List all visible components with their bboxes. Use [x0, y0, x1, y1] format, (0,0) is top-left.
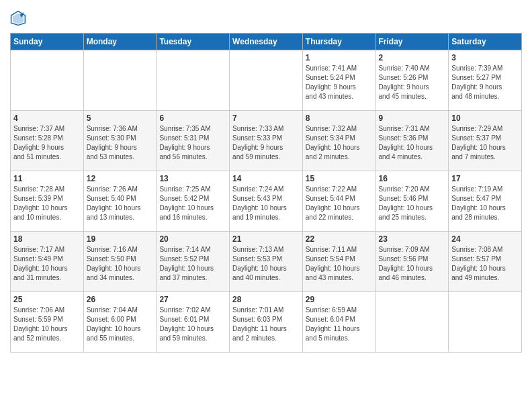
- day-info: Sunrise: 6:59 AM Sunset: 6:04 PM Dayligh…: [306, 306, 373, 343]
- day-number: 6: [159, 113, 226, 123]
- day-number: 29: [306, 295, 373, 304]
- day-number: 16: [379, 174, 446, 183]
- calendar-cell: 19Sunrise: 7:16 AM Sunset: 5:50 PM Dayli…: [83, 232, 157, 292]
- calendar-cell: 2Sunrise: 7:40 AM Sunset: 5:26 PM Daylig…: [375, 50, 449, 111]
- day-info: Sunrise: 7:09 AM Sunset: 5:56 PM Dayligh…: [379, 245, 446, 283]
- day-info: Sunrise: 7:24 AM Sunset: 5:43 PM Dayligh…: [232, 185, 300, 222]
- day-info: Sunrise: 7:20 AM Sunset: 5:46 PM Dayligh…: [379, 185, 446, 222]
- weekday-header-monday: Monday: [83, 34, 157, 50]
- day-info: Sunrise: 7:36 AM Sunset: 5:30 PM Dayligh…: [87, 124, 154, 162]
- calendar-cell: 13Sunrise: 7:25 AM Sunset: 5:42 PM Dayli…: [157, 171, 230, 232]
- day-number: 5: [87, 113, 154, 123]
- day-number: 7: [232, 113, 300, 123]
- calendar-cell: 15Sunrise: 7:22 AM Sunset: 5:44 PM Dayli…: [302, 171, 375, 232]
- day-number: 8: [306, 113, 373, 123]
- day-info: Sunrise: 7:16 AM Sunset: 5:50 PM Dayligh…: [87, 245, 154, 283]
- day-number: 2: [379, 53, 446, 62]
- day-number: 27: [159, 295, 226, 304]
- calendar-cell: 9Sunrise: 7:31 AM Sunset: 5:36 PM Daylig…: [375, 111, 449, 171]
- day-number: 28: [232, 295, 300, 304]
- calendar-cell: 16Sunrise: 7:20 AM Sunset: 5:46 PM Dayli…: [375, 171, 449, 232]
- calendar-cell: [157, 50, 230, 111]
- page-header: [10, 10, 522, 26]
- calendar-cell: 29Sunrise: 6:59 AM Sunset: 6:04 PM Dayli…: [302, 292, 375, 353]
- calendar-cell: 23Sunrise: 7:09 AM Sunset: 5:56 PM Dayli…: [375, 232, 449, 292]
- day-info: Sunrise: 7:06 AM Sunset: 5:59 PM Dayligh…: [13, 306, 81, 343]
- calendar-cell: 4Sunrise: 7:37 AM Sunset: 5:28 PM Daylig…: [11, 111, 84, 171]
- calendar-cell: 25Sunrise: 7:06 AM Sunset: 5:59 PM Dayli…: [11, 292, 84, 353]
- day-number: 4: [13, 113, 81, 123]
- calendar-week-0: 1Sunrise: 7:41 AM Sunset: 5:24 PM Daylig…: [11, 50, 522, 111]
- calendar-cell: [83, 50, 157, 111]
- day-number: 12: [87, 174, 154, 183]
- day-number: 19: [87, 234, 154, 244]
- day-info: Sunrise: 7:08 AM Sunset: 5:57 PM Dayligh…: [451, 245, 519, 283]
- day-number: 21: [232, 234, 300, 244]
- calendar-cell: [449, 292, 522, 353]
- calendar-cell: 7Sunrise: 7:33 AM Sunset: 5:33 PM Daylig…: [230, 111, 303, 171]
- calendar-cell: 12Sunrise: 7:26 AM Sunset: 5:40 PM Dayli…: [83, 171, 157, 232]
- day-number: 26: [87, 295, 154, 304]
- day-info: Sunrise: 7:29 AM Sunset: 5:37 PM Dayligh…: [451, 124, 519, 162]
- calendar-week-4: 25Sunrise: 7:06 AM Sunset: 5:59 PM Dayli…: [11, 292, 522, 353]
- calendar-cell: [11, 50, 84, 111]
- day-info: Sunrise: 7:31 AM Sunset: 5:36 PM Dayligh…: [379, 124, 446, 162]
- calendar-cell: 11Sunrise: 7:28 AM Sunset: 5:39 PM Dayli…: [11, 171, 84, 232]
- day-number: 23: [379, 234, 446, 244]
- logo: [10, 10, 28, 26]
- day-number: 22: [306, 234, 373, 244]
- day-number: 14: [232, 174, 300, 183]
- day-info: Sunrise: 7:22 AM Sunset: 5:44 PM Dayligh…: [306, 185, 373, 222]
- day-info: Sunrise: 7:11 AM Sunset: 5:54 PM Dayligh…: [306, 245, 373, 283]
- calendar-cell: 18Sunrise: 7:17 AM Sunset: 5:49 PM Dayli…: [11, 232, 84, 292]
- calendar-cell: 3Sunrise: 7:39 AM Sunset: 5:27 PM Daylig…: [449, 50, 522, 111]
- weekday-header-tuesday: Tuesday: [157, 34, 230, 50]
- day-info: Sunrise: 7:26 AM Sunset: 5:40 PM Dayligh…: [87, 185, 154, 222]
- calendar-cell: 28Sunrise: 7:01 AM Sunset: 6:03 PM Dayli…: [230, 292, 303, 353]
- day-info: Sunrise: 7:32 AM Sunset: 5:34 PM Dayligh…: [306, 124, 373, 162]
- calendar-week-1: 4Sunrise: 7:37 AM Sunset: 5:28 PM Daylig…: [11, 111, 522, 171]
- calendar-cell: 26Sunrise: 7:04 AM Sunset: 6:00 PM Dayli…: [83, 292, 157, 353]
- calendar-week-3: 18Sunrise: 7:17 AM Sunset: 5:49 PM Dayli…: [11, 232, 522, 292]
- calendar-cell: [230, 50, 303, 111]
- calendar-cell: 17Sunrise: 7:19 AM Sunset: 5:47 PM Dayli…: [449, 171, 522, 232]
- calendar-table: SundayMondayTuesdayWednesdayThursdayFrid…: [10, 33, 522, 353]
- day-info: Sunrise: 7:19 AM Sunset: 5:47 PM Dayligh…: [451, 185, 519, 222]
- day-info: Sunrise: 7:40 AM Sunset: 5:26 PM Dayligh…: [379, 64, 446, 101]
- calendar-cell: 6Sunrise: 7:35 AM Sunset: 5:31 PM Daylig…: [157, 111, 230, 171]
- calendar-week-2: 11Sunrise: 7:28 AM Sunset: 5:39 PM Dayli…: [11, 171, 522, 232]
- day-number: 1: [306, 53, 373, 62]
- calendar-cell: 14Sunrise: 7:24 AM Sunset: 5:43 PM Dayli…: [230, 171, 303, 232]
- weekday-header-saturday: Saturday: [449, 34, 522, 50]
- calendar-cell: [375, 292, 449, 353]
- day-info: Sunrise: 7:25 AM Sunset: 5:42 PM Dayligh…: [159, 185, 226, 222]
- calendar-cell: 21Sunrise: 7:13 AM Sunset: 5:53 PM Dayli…: [230, 232, 303, 292]
- logo-icon: [10, 10, 26, 26]
- day-info: Sunrise: 7:33 AM Sunset: 5:33 PM Dayligh…: [232, 124, 300, 162]
- day-number: 17: [451, 174, 519, 183]
- calendar-cell: 10Sunrise: 7:29 AM Sunset: 5:37 PM Dayli…: [449, 111, 522, 171]
- day-number: 18: [13, 234, 81, 244]
- day-number: 20: [159, 234, 226, 244]
- calendar-cell: 24Sunrise: 7:08 AM Sunset: 5:57 PM Dayli…: [449, 232, 522, 292]
- day-info: Sunrise: 7:37 AM Sunset: 5:28 PM Dayligh…: [13, 124, 81, 162]
- calendar-cell: 8Sunrise: 7:32 AM Sunset: 5:34 PM Daylig…: [302, 111, 375, 171]
- day-number: 3: [451, 53, 519, 62]
- day-info: Sunrise: 7:13 AM Sunset: 5:53 PM Dayligh…: [232, 245, 300, 283]
- day-info: Sunrise: 7:01 AM Sunset: 6:03 PM Dayligh…: [232, 306, 300, 343]
- day-number: 24: [451, 234, 519, 244]
- day-info: Sunrise: 7:04 AM Sunset: 6:00 PM Dayligh…: [87, 306, 154, 343]
- day-info: Sunrise: 7:02 AM Sunset: 6:01 PM Dayligh…: [159, 306, 226, 343]
- day-info: Sunrise: 7:41 AM Sunset: 5:24 PM Dayligh…: [306, 64, 373, 101]
- weekday-header-sunday: Sunday: [11, 34, 84, 50]
- day-number: 25: [13, 295, 81, 304]
- day-info: Sunrise: 7:14 AM Sunset: 5:52 PM Dayligh…: [159, 245, 226, 283]
- day-info: Sunrise: 7:39 AM Sunset: 5:27 PM Dayligh…: [451, 64, 519, 101]
- day-number: 10: [451, 113, 519, 123]
- day-info: Sunrise: 7:28 AM Sunset: 5:39 PM Dayligh…: [13, 185, 81, 222]
- day-number: 11: [13, 174, 81, 183]
- weekday-header-friday: Friday: [375, 34, 449, 50]
- weekday-header-wednesday: Wednesday: [230, 34, 303, 50]
- calendar-cell: 1Sunrise: 7:41 AM Sunset: 5:24 PM Daylig…: [302, 50, 375, 111]
- day-number: 15: [306, 174, 373, 183]
